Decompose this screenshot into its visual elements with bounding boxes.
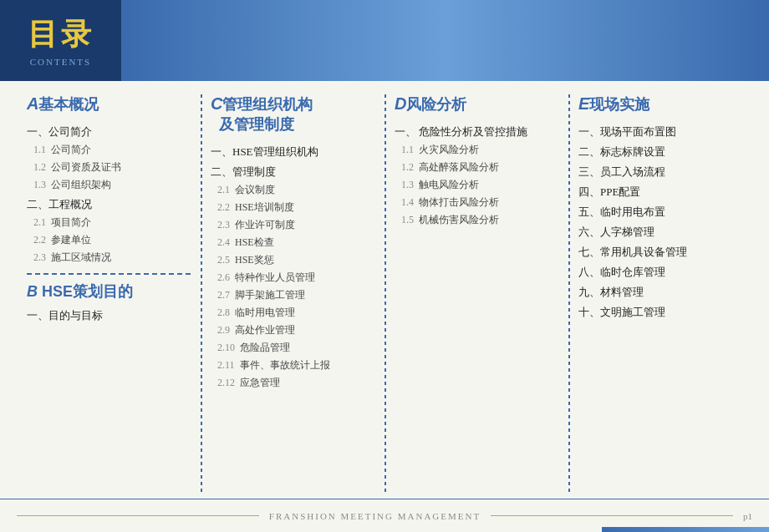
footer-line-left [17,515,259,516]
sub-item: 2.12 应急管理 [217,375,374,390]
sub-item: 1.3 公司组织架构 [33,177,191,192]
col-e-title: E现场实施 [578,94,742,114]
sub-item: 2.4 HSE检查 [217,235,374,250]
b-section: B HSE策划目的一、目的与目标 [27,273,191,323]
sub-item: 2.3 作业许可制度 [217,217,374,232]
header: 目录 CONTENTS [0,0,769,81]
section-heading: 十、文明施工管理 [578,305,742,320]
sub-item: 2.5 HSE奖惩 [217,252,374,267]
section-heading: 一、公司简介 [27,124,191,139]
sub-item: 1.4 物体打击风险分析 [401,195,558,210]
sub-item: 2.6 特种作业人员管理 [217,270,374,285]
sub-item: 2.2 HSE培训制度 [217,200,374,215]
logo-en: CONTENTS [30,57,91,67]
sub-item: 2.3 施工区域情况 [33,250,191,265]
col-c-title: C管理组织机构 及管理制度 [211,94,374,134]
footer-line-right [491,515,733,516]
logo-block: 目录 CONTENTS [0,0,121,81]
main-content: A基本概况一、公司简介1.1 公司简介1.2 公司资质及证书1.3 公司组织架构… [0,81,769,499]
section-heading: 六、人字梯管理 [578,225,742,240]
sub-item: 2.2 参建单位 [33,232,191,247]
section-heading: 一、 危险性分析及管控措施 [395,124,558,139]
sub-item: 1.2 公司资质及证书 [33,160,191,175]
sub-item: 1.5 机械伤害风险分析 [401,212,558,227]
section-heading: 一、现场平面布置图 [578,124,742,139]
sub-item: 2.10 危险品管理 [217,340,374,355]
section-heading: 九、材料管理 [578,285,742,300]
section-heading: 三、员工入场流程 [578,165,742,180]
sub-item: 2.7 脚手架施工管理 [217,287,374,302]
sub-item: 1.1 公司简介 [33,142,191,157]
sub-item: 1.1 火灾风险分析 [401,142,558,157]
section-heading: 八、临时仓库管理 [578,265,742,280]
col-d: D风险分析一、 危险性分析及管控措施1.1 火灾风险分析1.2 高处醉落风险分析… [384,94,568,492]
footer-bar [602,527,769,532]
section-heading: 七、常用机具设备管理 [578,245,742,260]
sub-item: 2.9 高处作业管理 [217,322,374,337]
col-a: A基本概况一、公司简介1.1 公司简介1.2 公司资质及证书1.3 公司组织架构… [17,94,201,492]
sub-item: 1.2 高处醉落风险分析 [401,160,558,175]
col-a-title: A基本概况 [27,94,191,114]
header-stripe [121,0,769,81]
section-heading: 二、标志标牌设置 [578,144,742,160]
sub-item: 2.8 临时用电管理 [217,305,374,320]
sub-item: 2.11 事件、事故统计上报 [217,357,374,372]
col-d-title: D风险分析 [395,94,558,114]
sub-item: 2.1 会议制度 [217,182,374,197]
section-heading: 一、目的与目标 [27,308,191,323]
sub-item: 2.1 项目简介 [33,215,191,230]
footer-company: FRANSHION MEETING MANAGEMENT [269,511,481,521]
footer-page: p1 [743,511,752,521]
logo-zh: 目录 [28,14,94,55]
section-heading: 二、管理制度 [211,165,374,180]
section-heading: 一、HSE管理组织机构 [211,144,374,160]
col-c: C管理组织机构 及管理制度一、HSE管理组织机构二、管理制度2.1 会议制度2.… [201,94,384,492]
section-heading: 二、工程概况 [27,197,191,212]
section-heading: 四、PPE配置 [578,185,742,200]
section-heading: 五、临时用电布置 [578,205,742,220]
b-title: B HSE策划目的 [27,281,191,301]
col-e: E现场实施一、现场平面布置图二、标志标牌设置三、员工入场流程四、PPE配置五、临… [568,94,752,492]
sub-item: 1.3 触电风险分析 [401,177,558,192]
